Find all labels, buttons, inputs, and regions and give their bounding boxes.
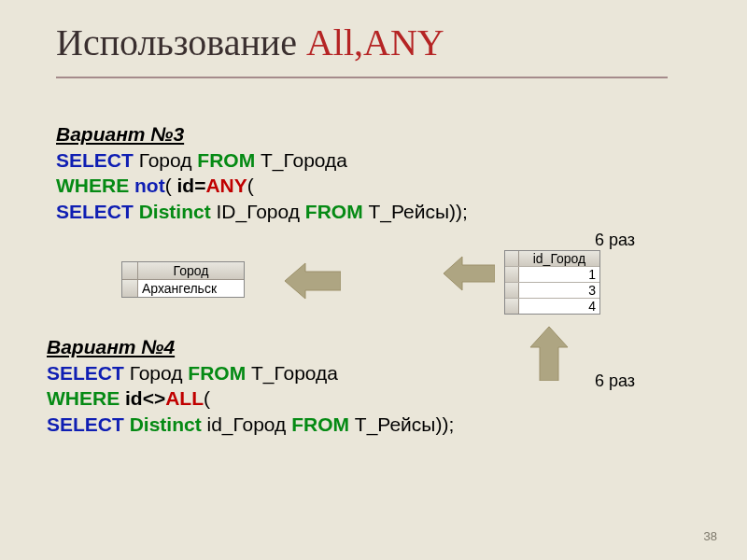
row-selector xyxy=(505,283,519,298)
variant4-heading: Вариант №4 xyxy=(47,334,454,360)
variant4-block: Вариант №4 SELECT Город FROM Т_Города WH… xyxy=(47,334,454,438)
variant4-line1: SELECT Город FROM Т_Города xyxy=(47,360,454,386)
variant4-line3: SELECT Distinct id_Город FROM Т_Рейсы)); xyxy=(47,412,454,438)
title-part1: Использование xyxy=(56,21,306,63)
cell-id: 3 xyxy=(519,283,599,298)
variant3-line2: WHERE not( id=ANY( xyxy=(56,173,468,199)
title-underline xyxy=(56,77,668,78)
row-selector xyxy=(505,299,519,314)
variant3-line3: SELECT Distinct ID_Город FROM Т_Рейсы)); xyxy=(56,199,468,225)
cell-id: 1 xyxy=(519,267,599,282)
cell-city: Архангельск xyxy=(138,280,244,297)
slide: Использование All,ANY Вариант №3 SELECT … xyxy=(0,0,747,560)
row-selector xyxy=(505,267,519,282)
title-part2: All,ANY xyxy=(306,21,444,63)
col-header-idcity: id_Город xyxy=(519,251,599,266)
col-header-city: Город xyxy=(138,262,244,279)
arrow-left-icon xyxy=(285,259,341,302)
variant3-heading: Вариант №3 xyxy=(56,121,468,147)
table-row: 4 xyxy=(505,298,599,314)
row-selector xyxy=(122,280,138,297)
label-6raz-top: 6 раз xyxy=(595,231,635,250)
arrow-up-icon xyxy=(528,327,571,381)
variant4-line2: WHERE id<>ALL( xyxy=(47,385,454,412)
table-row: Архангельск xyxy=(122,279,244,297)
variant3-line1: SELECT Город FROM Т_Города xyxy=(56,147,468,174)
cell-id: 4 xyxy=(519,299,599,314)
variant3-block: Вариант №3 SELECT Город FROM Т_Города WH… xyxy=(56,121,468,225)
arrow-left-icon xyxy=(444,254,495,293)
table-row: 3 xyxy=(505,282,599,298)
label-6raz-bottom: 6 раз xyxy=(595,371,635,391)
row-selector xyxy=(505,251,519,266)
slide-title: Использование All,ANY xyxy=(56,21,444,64)
result-table-idcity: id_Город 1 3 4 xyxy=(504,250,600,315)
result-table-city: Город Архангельск xyxy=(121,261,245,298)
table-header-row: id_Город xyxy=(505,251,599,266)
table-header-row: Город xyxy=(122,262,244,279)
page-number: 38 xyxy=(704,529,717,543)
table-row: 1 xyxy=(505,266,599,282)
row-selector xyxy=(122,262,138,279)
